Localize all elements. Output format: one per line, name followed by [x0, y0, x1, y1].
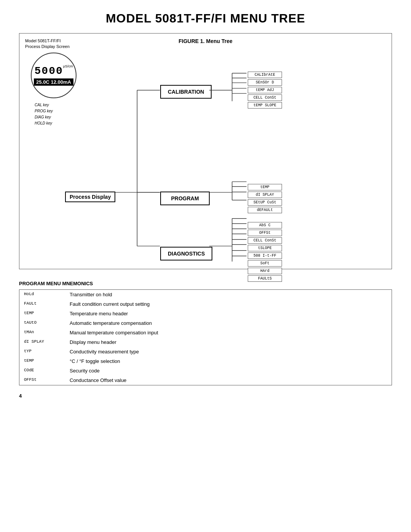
diagnostics-node: DIAGNOSTICS	[160, 247, 212, 260]
diag-item-4: tSLOPE	[248, 245, 282, 251]
mnemonic-row: tMAn Manual temperature compensation inp…	[19, 328, 392, 337]
diag-key-label: DIAG key	[35, 114, 92, 120]
mnemonics-section: PROGRAM MENU MNEMONICS HoLd Transmitter …	[19, 281, 392, 385]
screen-sub: 25.0C 12.00mA	[34, 78, 73, 86]
screen-unit: μS/cm	[63, 64, 73, 68]
mnemonic-desc: Conductance Offset value	[65, 375, 392, 385]
model-label-line2: Process Display Screen	[25, 44, 70, 49]
mnemonic-code: tEMP	[19, 356, 65, 366]
mnemonic-code: HoLd	[19, 290, 65, 299]
diagnostics-subitems: AbS C OFFSt CELL ConSt tSLOPE 508 I-t-FF…	[248, 222, 282, 282]
mnemonic-desc: Security code	[65, 366, 392, 375]
mnemonic-row: HoLd Transmitter on hold	[19, 290, 392, 299]
mnemonic-row: dI SPLAY Display menu header	[19, 337, 392, 347]
mnemonic-code: tYP	[19, 347, 65, 356]
page-title: MODEL 5081T-FF/FI MENU TREE	[19, 11, 392, 26]
mnemonic-desc: Automatic temperature compensation	[65, 318, 392, 328]
prog-item-1: tEMP	[248, 184, 282, 190]
model-label: Model 5081T-FF/FI Process Display Screen	[25, 38, 70, 50]
mnemonic-desc: Fault condition current output setting	[65, 299, 392, 309]
diag-item-3: CELL ConSt	[248, 237, 282, 244]
diag-item-5: 508 I-t-FF	[248, 252, 282, 259]
figure-title: FIGURE 1. Menu Tree	[178, 38, 233, 44]
key-labels: CAL key PROG key DIAG key HOLD key	[35, 102, 92, 126]
mnemonic-desc: Manual temperature compensation input	[65, 328, 392, 337]
calib-item-2: SEnSOr D	[248, 79, 282, 86]
diag-item-6: SoFt	[248, 260, 282, 267]
mnemonic-code: tEMP	[19, 309, 65, 318]
screen-area: 5000 μS/cm 25.0C 12.00mA CAL key PROG ke…	[31, 53, 92, 126]
calibration-node: CALIBRATION	[160, 85, 212, 99]
mnemonics-table: HoLd Transmitter on hold FAULt Fault con…	[19, 289, 392, 385]
mnemonic-code: dI SPLAY	[19, 337, 65, 347]
mnemonic-desc: Transmitter on hold	[65, 290, 392, 299]
mnemonic-desc: Conductivity measurement type	[65, 347, 392, 356]
screen-circle: 5000 μS/cm 25.0C 12.00mA	[31, 53, 76, 98]
prog-item-2: dI SPLAY	[248, 192, 282, 198]
prog-key-label: PROG key	[35, 108, 92, 114]
diag-item-1: AbS C	[248, 222, 282, 228]
mnemonic-row: COdE Security code	[19, 366, 392, 375]
program-subitems: tEMP dI SPLAY SEtUP CuSt dEFAULt	[248, 184, 282, 213]
calib-item-3: tEMP AdJ	[248, 87, 282, 93]
calib-item-5: tEMP SLOPE	[248, 102, 282, 109]
diag-item-2: OFFSt	[248, 230, 282, 236]
calib-item-4: CELL ConSt	[248, 94, 282, 101]
process-display-node: Process Display	[65, 192, 115, 202]
cal-key-label: CAL key	[35, 102, 92, 108]
diagram-box: Model 5081T-FF/FI Process Display Screen…	[19, 33, 392, 269]
mnemonic-code: COdE	[19, 366, 65, 375]
mnemonic-code: tMAn	[19, 328, 65, 337]
calibration-subitems: CALIbrAtE SEnSOr D tEMP AdJ CELL ConSt t…	[248, 72, 282, 109]
screen-value: 5000	[35, 65, 63, 77]
diag-item-7: HArd	[248, 268, 282, 274]
mnemonic-code: OFFSt	[19, 375, 65, 385]
mnemonic-desc: Temperature menu header	[65, 309, 392, 318]
prog-item-4: dEFAULt	[248, 207, 282, 213]
mnemonic-code: FAULt	[19, 299, 65, 309]
calib-item-1: CALIbrAtE	[248, 72, 282, 78]
mnemonic-row: tYP Conductivity measurement type	[19, 347, 392, 356]
mnemonic-row: FAULt Fault condition current output set…	[19, 299, 392, 309]
mnemonic-row: tEMP Temperature menu header	[19, 309, 392, 318]
mnemonic-desc: Display menu header	[65, 337, 392, 347]
mnemonic-code: tAUtO	[19, 318, 65, 328]
program-node: PROGRAM	[160, 192, 210, 205]
model-label-line1: Model 5081T-FF/FI	[25, 38, 61, 43]
mnemonic-row: tEMP °C / °F toggle selection	[19, 356, 392, 366]
mnemonics-title: PROGRAM MENU MNEMONICS	[19, 281, 392, 286]
hold-key-label: HOLD key	[35, 120, 92, 126]
diag-item-8: FAULtS	[248, 275, 282, 282]
mnemonic-row: tAUtO Automatic temperature compensation	[19, 318, 392, 328]
prog-item-3: SEtUP CuSt	[248, 199, 282, 206]
page-number: 4	[19, 393, 392, 399]
mnemonic-row: OFFSt Conductance Offset value	[19, 375, 392, 385]
mnemonic-desc: °C / °F toggle selection	[65, 356, 392, 366]
